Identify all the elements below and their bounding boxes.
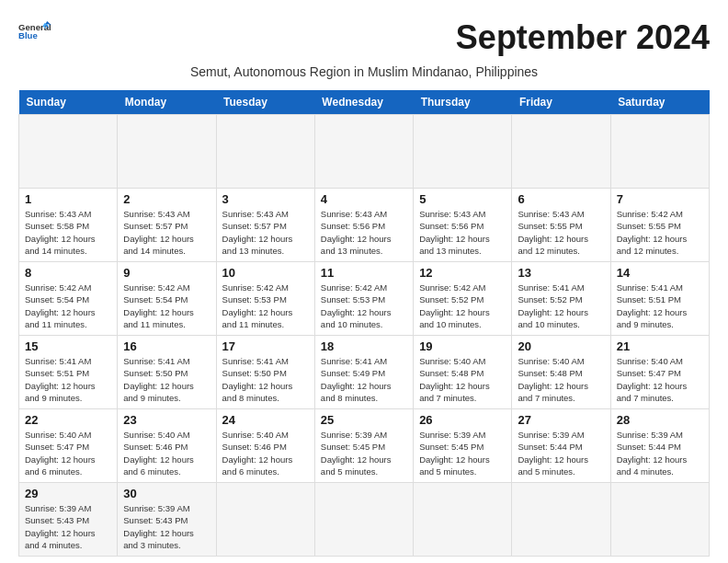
table-cell	[610, 483, 709, 557]
day-number: 22	[25, 413, 111, 427]
page-header: General Blue September 2024	[18, 18, 710, 57]
table-cell: 4Sunrise: 5:43 AMSunset: 5:56 PMDaylight…	[314, 189, 413, 262]
table-cell: 1Sunrise: 5:43 AMSunset: 5:58 PMDaylight…	[19, 189, 118, 262]
day-number: 23	[123, 413, 210, 427]
day-number: 5	[419, 192, 506, 206]
day-info: Sunrise: 5:41 AMSunset: 5:51 PMDaylight:…	[25, 355, 111, 404]
table-cell: 27Sunrise: 5:39 AMSunset: 5:44 PMDayligh…	[512, 409, 610, 483]
table-cell: 6Sunrise: 5:43 AMSunset: 5:55 PMDaylight…	[512, 189, 610, 262]
table-cell	[512, 483, 610, 557]
day-info: Sunrise: 5:40 AMSunset: 5:46 PMDaylight:…	[222, 429, 309, 477]
day-number: 7	[617, 192, 703, 206]
table-cell	[216, 115, 314, 189]
day-info: Sunrise: 5:40 AMSunset: 5:47 PMDaylight:…	[617, 355, 703, 404]
calendar-header-row: Sunday Monday Tuesday Wednesday Thursday…	[19, 90, 710, 115]
table-cell: 14Sunrise: 5:41 AMSunset: 5:51 PMDayligh…	[610, 262, 709, 336]
table-cell	[314, 483, 413, 557]
calendar-week-1	[19, 115, 710, 189]
table-cell: 3Sunrise: 5:43 AMSunset: 5:57 PMDaylight…	[216, 189, 314, 262]
table-cell: 29Sunrise: 5:39 AMSunset: 5:43 PMDayligh…	[19, 483, 118, 557]
calendar-week-4: 15Sunrise: 5:41 AMSunset: 5:51 PMDayligh…	[19, 336, 710, 409]
table-cell	[414, 115, 512, 189]
day-info: Sunrise: 5:39 AMSunset: 5:43 PMDaylight:…	[123, 502, 210, 551]
day-number: 18	[321, 339, 407, 353]
table-cell: 18Sunrise: 5:41 AMSunset: 5:49 PMDayligh…	[314, 336, 413, 409]
calendar-week-3: 8Sunrise: 5:42 AMSunset: 5:54 PMDaylight…	[19, 262, 710, 336]
day-info: Sunrise: 5:42 AMSunset: 5:55 PMDaylight:…	[617, 208, 703, 257]
table-cell	[314, 115, 413, 189]
day-number: 16	[123, 339, 210, 353]
day-info: Sunrise: 5:41 AMSunset: 5:52 PMDaylight:…	[518, 282, 604, 330]
day-info: Sunrise: 5:39 AMSunset: 5:43 PMDaylight:…	[25, 502, 111, 551]
table-cell	[512, 115, 610, 189]
day-info: Sunrise: 5:39 AMSunset: 5:44 PMDaylight:…	[518, 429, 604, 477]
table-cell: 17Sunrise: 5:41 AMSunset: 5:50 PMDayligh…	[216, 336, 314, 409]
svg-text:Blue: Blue	[18, 30, 38, 40]
table-cell: 12Sunrise: 5:42 AMSunset: 5:52 PMDayligh…	[414, 262, 512, 336]
table-cell	[216, 483, 314, 557]
day-info: Sunrise: 5:39 AMSunset: 5:45 PMDaylight:…	[419, 429, 506, 477]
calendar-week-6: 29Sunrise: 5:39 AMSunset: 5:43 PMDayligh…	[19, 483, 710, 557]
day-number: 26	[419, 413, 506, 427]
day-number: 9	[123, 266, 210, 280]
day-info: Sunrise: 5:40 AMSunset: 5:48 PMDaylight:…	[419, 355, 506, 404]
calendar-week-5: 22Sunrise: 5:40 AMSunset: 5:47 PMDayligh…	[19, 409, 710, 483]
day-info: Sunrise: 5:42 AMSunset: 5:54 PMDaylight:…	[123, 282, 210, 330]
table-cell: 28Sunrise: 5:39 AMSunset: 5:44 PMDayligh…	[610, 409, 709, 483]
table-cell: 5Sunrise: 5:43 AMSunset: 5:56 PMDaylight…	[414, 189, 512, 262]
logo: General Blue	[18, 18, 51, 40]
col-tuesday: Tuesday	[216, 90, 314, 115]
table-cell: 19Sunrise: 5:40 AMSunset: 5:48 PMDayligh…	[414, 336, 512, 409]
table-cell: 9Sunrise: 5:42 AMSunset: 5:54 PMDaylight…	[118, 262, 216, 336]
day-number: 2	[123, 192, 210, 206]
calendar-subtitle: Semut, Autonomous Region in Muslim Minda…	[18, 64, 710, 79]
col-thursday: Thursday	[414, 90, 512, 115]
calendar-table: Sunday Monday Tuesday Wednesday Thursday…	[18, 90, 710, 557]
day-info: Sunrise: 5:40 AMSunset: 5:48 PMDaylight:…	[518, 355, 604, 404]
day-number: 21	[617, 339, 703, 353]
table-cell	[610, 115, 709, 189]
table-cell: 11Sunrise: 5:42 AMSunset: 5:53 PMDayligh…	[314, 262, 413, 336]
day-number: 19	[419, 339, 506, 353]
day-number: 14	[617, 266, 703, 280]
day-number: 15	[25, 339, 111, 353]
day-info: Sunrise: 5:42 AMSunset: 5:54 PMDaylight:…	[25, 282, 111, 330]
table-cell: 20Sunrise: 5:40 AMSunset: 5:48 PMDayligh…	[512, 336, 610, 409]
day-number: 27	[518, 413, 604, 427]
day-info: Sunrise: 5:39 AMSunset: 5:45 PMDaylight:…	[321, 429, 407, 477]
day-info: Sunrise: 5:41 AMSunset: 5:50 PMDaylight:…	[123, 355, 210, 404]
day-number: 8	[25, 266, 111, 280]
day-number: 25	[321, 413, 407, 427]
day-number: 17	[222, 339, 309, 353]
day-number: 3	[222, 192, 309, 206]
day-info: Sunrise: 5:43 AMSunset: 5:57 PMDaylight:…	[123, 208, 210, 257]
day-info: Sunrise: 5:41 AMSunset: 5:50 PMDaylight:…	[222, 355, 309, 404]
table-cell: 23Sunrise: 5:40 AMSunset: 5:46 PMDayligh…	[118, 409, 216, 483]
day-info: Sunrise: 5:40 AMSunset: 5:46 PMDaylight:…	[123, 429, 210, 477]
day-number: 24	[222, 413, 309, 427]
table-cell: 21Sunrise: 5:40 AMSunset: 5:47 PMDayligh…	[610, 336, 709, 409]
day-number: 6	[518, 192, 604, 206]
table-cell: 2Sunrise: 5:43 AMSunset: 5:57 PMDaylight…	[118, 189, 216, 262]
table-cell: 13Sunrise: 5:41 AMSunset: 5:52 PMDayligh…	[512, 262, 610, 336]
table-cell: 15Sunrise: 5:41 AMSunset: 5:51 PMDayligh…	[19, 336, 118, 409]
day-info: Sunrise: 5:43 AMSunset: 5:56 PMDaylight:…	[321, 208, 407, 257]
col-sunday: Sunday	[19, 90, 118, 115]
day-info: Sunrise: 5:43 AMSunset: 5:56 PMDaylight:…	[419, 208, 506, 257]
day-info: Sunrise: 5:43 AMSunset: 5:57 PMDaylight:…	[222, 208, 309, 257]
col-wednesday: Wednesday	[314, 90, 413, 115]
day-info: Sunrise: 5:40 AMSunset: 5:47 PMDaylight:…	[25, 429, 111, 477]
table-cell: 10Sunrise: 5:42 AMSunset: 5:53 PMDayligh…	[216, 262, 314, 336]
day-number: 4	[321, 192, 407, 206]
day-number: 10	[222, 266, 309, 280]
table-cell: 22Sunrise: 5:40 AMSunset: 5:47 PMDayligh…	[19, 409, 118, 483]
table-cell: 7Sunrise: 5:42 AMSunset: 5:55 PMDaylight…	[610, 189, 709, 262]
day-number: 12	[419, 266, 506, 280]
day-number: 13	[518, 266, 604, 280]
logo-icon: General Blue	[18, 18, 51, 40]
col-friday: Friday	[512, 90, 610, 115]
day-info: Sunrise: 5:42 AMSunset: 5:53 PMDaylight:…	[222, 282, 309, 330]
day-info: Sunrise: 5:39 AMSunset: 5:44 PMDaylight:…	[617, 429, 703, 477]
table-cell	[19, 115, 118, 189]
col-saturday: Saturday	[610, 90, 709, 115]
